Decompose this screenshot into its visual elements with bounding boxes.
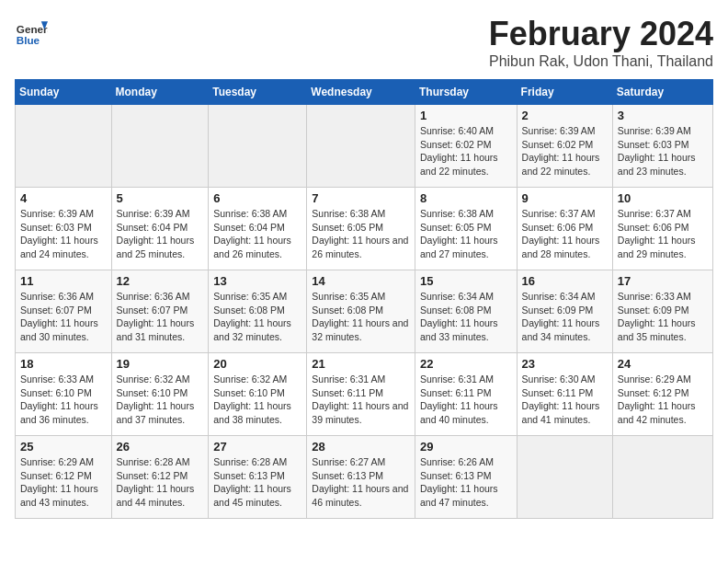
daylight-text: Daylight: 11 hours and 32 minutes. xyxy=(213,317,291,342)
daylight-text: Daylight: 11 hours and 32 minutes. xyxy=(312,317,408,342)
calendar-cell: 24 Sunrise: 6:29 AM Sunset: 6:12 PM Dayl… xyxy=(612,353,712,436)
day-number: 25 xyxy=(20,440,107,454)
day-number: 19 xyxy=(117,357,204,371)
sunrise-text: Sunrise: 6:35 AM xyxy=(312,291,385,302)
calendar-week-row: 11 Sunrise: 6:36 AM Sunset: 6:07 PM Dayl… xyxy=(16,270,713,353)
sunset-text: Sunset: 6:05 PM xyxy=(420,222,492,233)
calendar-table: SundayMondayTuesdayWednesdayThursdayFrid… xyxy=(15,79,713,519)
calendar-week-row: 18 Sunrise: 6:33 AM Sunset: 6:10 PM Dayl… xyxy=(16,353,713,436)
svg-text:Blue: Blue xyxy=(17,34,40,46)
daylight-text: Daylight: 11 hours and 24 minutes. xyxy=(20,235,98,259)
day-number: 7 xyxy=(312,191,410,205)
calendar-cell: 22 Sunrise: 6:31 AM Sunset: 6:11 PM Dayl… xyxy=(415,353,517,436)
calendar-cell xyxy=(612,436,712,519)
sunset-text: Sunset: 6:10 PM xyxy=(20,387,92,398)
daylight-text: Daylight: 11 hours and 23 minutes. xyxy=(618,152,696,177)
logo: General Blue xyxy=(15,15,51,48)
sunrise-text: Sunrise: 6:27 AM xyxy=(312,456,385,467)
sunset-text: Sunset: 6:11 PM xyxy=(312,387,383,398)
day-number: 27 xyxy=(213,440,301,454)
day-number: 26 xyxy=(117,440,204,454)
sunrise-text: Sunrise: 6:30 AM xyxy=(522,373,596,385)
sunrise-text: Sunrise: 6:39 AM xyxy=(20,208,94,219)
day-number: 28 xyxy=(312,440,410,454)
day-number: 3 xyxy=(618,109,708,122)
calendar-cell: 17 Sunrise: 6:33 AM Sunset: 6:09 PM Dayl… xyxy=(612,270,712,353)
daylight-text: Daylight: 11 hours and 27 minutes. xyxy=(420,235,498,259)
weekday-header: Friday xyxy=(517,80,612,105)
title-block: February 2024 Phibun Rak, Udon Thani, Th… xyxy=(489,15,713,70)
day-number: 23 xyxy=(522,357,608,371)
calendar-cell: 7 Sunrise: 6:38 AM Sunset: 6:05 PM Dayli… xyxy=(307,188,415,270)
sunset-text: Sunset: 6:05 PM xyxy=(312,222,383,233)
sunrise-text: Sunrise: 6:33 AM xyxy=(618,291,691,302)
daylight-text: Daylight: 11 hours and 26 minutes. xyxy=(213,235,291,259)
sunset-text: Sunset: 6:08 PM xyxy=(420,304,492,316)
sunrise-text: Sunrise: 6:34 AM xyxy=(420,291,494,302)
daylight-text: Daylight: 11 hours and 33 minutes. xyxy=(420,317,498,342)
calendar-cell xyxy=(307,105,415,188)
daylight-text: Daylight: 11 hours and 41 minutes. xyxy=(522,400,600,425)
weekday-header: Thursday xyxy=(415,80,517,105)
sunrise-text: Sunrise: 6:32 AM xyxy=(213,373,287,385)
calendar-week-row: 4 Sunrise: 6:39 AM Sunset: 6:03 PM Dayli… xyxy=(16,188,713,270)
weekday-header: Saturday xyxy=(612,80,712,105)
weekday-header-row: SundayMondayTuesdayWednesdayThursdayFrid… xyxy=(16,80,713,105)
daylight-text: Daylight: 11 hours and 35 minutes. xyxy=(618,317,696,342)
calendar-cell: 19 Sunrise: 6:32 AM Sunset: 6:10 PM Dayl… xyxy=(111,353,209,436)
sunrise-text: Sunrise: 6:40 AM xyxy=(420,125,494,136)
sunrise-text: Sunrise: 6:38 AM xyxy=(312,208,385,219)
sunset-text: Sunset: 6:12 PM xyxy=(117,470,188,481)
calendar-cell: 14 Sunrise: 6:35 AM Sunset: 6:08 PM Dayl… xyxy=(307,270,415,353)
daylight-text: Daylight: 11 hours and 22 minutes. xyxy=(420,152,498,177)
daylight-text: Daylight: 11 hours and 44 minutes. xyxy=(117,483,195,508)
sunrise-text: Sunrise: 6:38 AM xyxy=(420,208,494,219)
page-header: General Blue February 2024 Phibun Rak, U… xyxy=(15,15,713,70)
sunset-text: Sunset: 6:04 PM xyxy=(213,222,285,233)
calendar-cell: 9 Sunrise: 6:37 AM Sunset: 6:06 PM Dayli… xyxy=(517,188,612,270)
calendar-cell: 26 Sunrise: 6:28 AM Sunset: 6:12 PM Dayl… xyxy=(111,436,209,519)
sunset-text: Sunset: 6:06 PM xyxy=(618,222,689,233)
day-number: 20 xyxy=(213,357,301,371)
sunrise-text: Sunrise: 6:35 AM xyxy=(213,291,287,302)
calendar-cell: 29 Sunrise: 6:26 AM Sunset: 6:13 PM Dayl… xyxy=(415,436,517,519)
day-number: 10 xyxy=(618,191,708,205)
day-number: 29 xyxy=(420,440,512,454)
calendar-cell xyxy=(16,105,112,188)
daylight-text: Daylight: 11 hours and 30 minutes. xyxy=(20,317,98,342)
calendar-cell: 18 Sunrise: 6:33 AM Sunset: 6:10 PM Dayl… xyxy=(16,353,112,436)
daylight-text: Daylight: 11 hours and 34 minutes. xyxy=(522,317,600,342)
calendar-cell: 10 Sunrise: 6:37 AM Sunset: 6:06 PM Dayl… xyxy=(612,188,712,270)
daylight-text: Daylight: 11 hours and 43 minutes. xyxy=(20,483,98,508)
weekday-header: Wednesday xyxy=(307,80,415,105)
daylight-text: Daylight: 11 hours and 31 minutes. xyxy=(117,317,195,342)
calendar-cell xyxy=(209,105,307,188)
day-number: 9 xyxy=(522,191,608,205)
calendar-cell: 23 Sunrise: 6:30 AM Sunset: 6:11 PM Dayl… xyxy=(517,353,612,436)
calendar-cell: 20 Sunrise: 6:32 AM Sunset: 6:10 PM Dayl… xyxy=(209,353,307,436)
sunset-text: Sunset: 6:08 PM xyxy=(312,304,383,316)
calendar-cell: 25 Sunrise: 6:29 AM Sunset: 6:12 PM Dayl… xyxy=(16,436,112,519)
daylight-text: Daylight: 11 hours and 39 minutes. xyxy=(312,400,408,425)
sunrise-text: Sunrise: 6:29 AM xyxy=(20,456,94,467)
day-number: 2 xyxy=(522,109,608,122)
day-number: 17 xyxy=(618,274,708,288)
day-number: 15 xyxy=(420,274,512,288)
sunset-text: Sunset: 6:03 PM xyxy=(618,139,689,150)
calendar-cell xyxy=(517,436,612,519)
daylight-text: Daylight: 11 hours and 22 minutes. xyxy=(522,152,600,177)
sunrise-text: Sunrise: 6:26 AM xyxy=(420,456,494,467)
weekday-header: Tuesday xyxy=(209,80,307,105)
daylight-text: Daylight: 11 hours and 42 minutes. xyxy=(618,400,696,425)
sunset-text: Sunset: 6:02 PM xyxy=(522,139,594,150)
sunrise-text: Sunrise: 6:39 AM xyxy=(522,125,596,136)
calendar-cell: 6 Sunrise: 6:38 AM Sunset: 6:04 PM Dayli… xyxy=(209,188,307,270)
calendar-cell: 12 Sunrise: 6:36 AM Sunset: 6:07 PM Dayl… xyxy=(111,270,209,353)
weekday-header: Sunday xyxy=(16,80,112,105)
calendar-cell: 21 Sunrise: 6:31 AM Sunset: 6:11 PM Dayl… xyxy=(307,353,415,436)
sunset-text: Sunset: 6:07 PM xyxy=(20,304,92,316)
day-number: 22 xyxy=(420,357,512,371)
calendar-cell: 27 Sunrise: 6:28 AM Sunset: 6:13 PM Dayl… xyxy=(209,436,307,519)
sunset-text: Sunset: 6:03 PM xyxy=(20,222,92,233)
calendar-cell: 15 Sunrise: 6:34 AM Sunset: 6:08 PM Dayl… xyxy=(415,270,517,353)
